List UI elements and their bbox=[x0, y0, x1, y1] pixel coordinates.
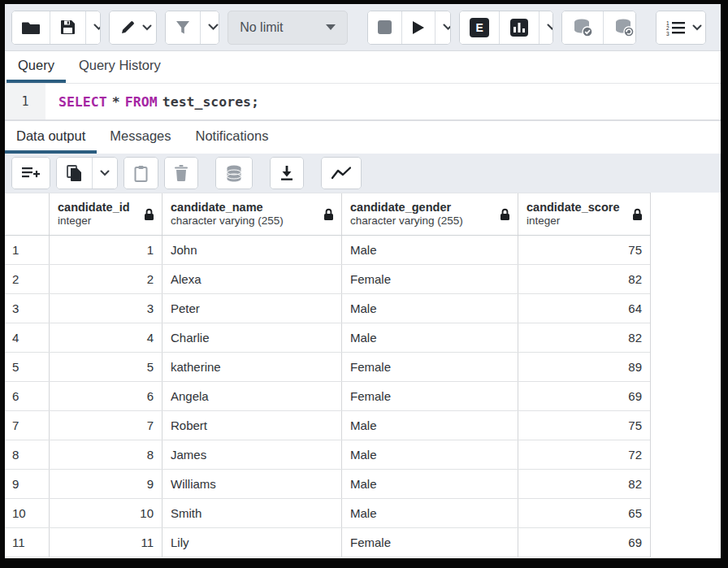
save-floppy-icon bbox=[60, 20, 76, 35]
cell-candidate-name[interactable]: John bbox=[162, 236, 342, 264]
row-number-cell[interactable]: 5 bbox=[5, 353, 50, 381]
cell-candidate-name[interactable]: Angela bbox=[162, 382, 342, 410]
add-row-button[interactable] bbox=[11, 157, 50, 189]
explain-options-dropdown[interactable] bbox=[539, 11, 553, 44]
lock-icon bbox=[500, 208, 510, 221]
cell-candidate-id[interactable]: 3 bbox=[50, 294, 162, 323]
column-header-candidate-name[interactable]: candidate_name character varying (255) bbox=[162, 193, 342, 235]
download-button[interactable] bbox=[270, 157, 304, 189]
chevron-down-icon bbox=[100, 170, 110, 176]
row-number-cell[interactable]: 7 bbox=[5, 411, 50, 440]
rollback-db-undo-icon bbox=[613, 18, 635, 37]
cell-candidate-gender[interactable]: Female bbox=[342, 353, 518, 381]
rollback-button[interactable] bbox=[603, 11, 635, 44]
cell-candidate-id[interactable]: 2 bbox=[50, 265, 162, 293]
copy-options-dropdown[interactable] bbox=[92, 158, 117, 189]
cell-candidate-score[interactable]: 75 bbox=[518, 236, 650, 264]
tab-query-history[interactable]: Query History bbox=[67, 51, 172, 83]
row-number-cell[interactable]: 8 bbox=[5, 440, 50, 469]
tab-query[interactable]: Query bbox=[6, 51, 66, 83]
explain-analyze-button[interactable] bbox=[499, 11, 539, 44]
cell-candidate-gender[interactable]: Male bbox=[342, 440, 518, 469]
filter-options-dropdown[interactable] bbox=[200, 11, 220, 44]
commit-button[interactable] bbox=[562, 11, 603, 44]
cell-candidate-id[interactable]: 5 bbox=[50, 353, 162, 381]
cell-candidate-gender[interactable]: Female bbox=[342, 528, 518, 557]
cell-candidate-score[interactable]: 89 bbox=[518, 353, 650, 381]
row-number-header[interactable] bbox=[5, 193, 50, 235]
sql-star: * bbox=[112, 94, 120, 110]
cell-candidate-id[interactable]: 6 bbox=[50, 382, 162, 410]
cell-candidate-gender[interactable]: Male bbox=[342, 470, 518, 498]
cell-candidate-gender[interactable]: Male bbox=[342, 294, 518, 323]
sql-editor[interactable]: 1 SELECT * FROM test_scores; bbox=[5, 84, 721, 121]
row-number-cell[interactable]: 10 bbox=[5, 499, 50, 527]
row-number-cell[interactable]: 6 bbox=[5, 382, 50, 410]
explain-button[interactable]: E bbox=[460, 11, 499, 44]
copy-icon bbox=[67, 165, 82, 182]
cell-candidate-name[interactable]: katherine bbox=[162, 353, 342, 381]
tab-notifications[interactable]: Notifications bbox=[184, 121, 280, 154]
cell-candidate-score[interactable]: 64 bbox=[518, 294, 650, 323]
save-button[interactable] bbox=[50, 11, 85, 44]
cell-candidate-name[interactable]: Lily bbox=[162, 528, 342, 557]
save-options-dropdown[interactable] bbox=[85, 11, 101, 44]
cell-candidate-score[interactable]: 69 bbox=[518, 382, 650, 410]
cell-candidate-score[interactable]: 82 bbox=[518, 470, 650, 498]
cell-candidate-name[interactable]: Williams bbox=[162, 470, 342, 498]
column-header-candidate-gender[interactable]: candidate_gender character varying (255) bbox=[342, 193, 518, 235]
cell-candidate-score[interactable]: 65 bbox=[518, 499, 650, 527]
tab-messages[interactable]: Messages bbox=[98, 121, 182, 154]
row-number-cell[interactable]: 1 bbox=[5, 236, 50, 264]
commit-db-check-icon bbox=[572, 18, 593, 37]
cell-candidate-score[interactable]: 82 bbox=[518, 265, 650, 293]
cell-candidate-score[interactable]: 69 bbox=[518, 528, 650, 557]
row-number-cell[interactable]: 11 bbox=[5, 528, 50, 557]
cell-candidate-gender[interactable]: Female bbox=[342, 265, 518, 293]
cell-candidate-id[interactable]: 4 bbox=[50, 323, 162, 352]
cell-candidate-gender[interactable]: Female bbox=[342, 382, 518, 410]
cell-candidate-gender[interactable]: Male bbox=[342, 323, 518, 352]
cell-candidate-gender[interactable]: Male bbox=[342, 236, 518, 264]
cell-candidate-id[interactable]: 9 bbox=[50, 470, 162, 498]
delete-row-button[interactable] bbox=[164, 157, 198, 189]
save-data-db-icon bbox=[226, 165, 242, 182]
row-limit-select[interactable]: No limit bbox=[228, 11, 348, 45]
cell-candidate-name[interactable]: James bbox=[162, 440, 342, 469]
cell-candidate-name[interactable]: Peter bbox=[162, 294, 342, 323]
cell-candidate-score[interactable]: 72 bbox=[518, 440, 650, 469]
row-number-cell[interactable]: 2 bbox=[5, 265, 50, 293]
cell-candidate-id[interactable]: 7 bbox=[50, 411, 162, 440]
cell-candidate-id[interactable]: 10 bbox=[50, 499, 162, 527]
cell-candidate-gender[interactable]: Male bbox=[342, 411, 518, 440]
copy-button[interactable] bbox=[57, 158, 92, 189]
cell-candidate-id[interactable]: 8 bbox=[50, 440, 162, 469]
row-number-cell[interactable]: 3 bbox=[5, 294, 50, 323]
paste-button[interactable] bbox=[124, 157, 158, 189]
cell-candidate-name[interactable]: Robert bbox=[162, 411, 342, 440]
graph-visualiser-button[interactable] bbox=[321, 157, 362, 189]
column-header-candidate-id[interactable]: candidate_id integer bbox=[50, 193, 162, 235]
macros-dropdown-button[interactable]: 123 bbox=[656, 11, 706, 44]
stop-button[interactable] bbox=[368, 11, 401, 44]
row-number-cell[interactable]: 9 bbox=[5, 470, 50, 498]
edit-dropdown-button[interactable] bbox=[110, 11, 157, 44]
open-file-button[interactable] bbox=[12, 11, 50, 44]
cell-candidate-score[interactable]: 75 bbox=[518, 411, 650, 440]
row-number-cell[interactable]: 4 bbox=[5, 323, 50, 352]
execute-options-dropdown[interactable] bbox=[435, 11, 451, 44]
cell-candidate-name[interactable]: Smith bbox=[162, 499, 342, 527]
tab-data-output[interactable]: Data output bbox=[5, 121, 97, 154]
cell-candidate-name[interactable]: Charlie bbox=[162, 323, 342, 352]
column-header-candidate-score[interactable]: candidate_score integer bbox=[518, 193, 650, 235]
cell-candidate-id[interactable]: 11 bbox=[50, 528, 162, 557]
cell-candidate-score[interactable]: 82 bbox=[518, 323, 650, 352]
cell-candidate-name[interactable]: Alexa bbox=[162, 265, 342, 293]
cell-candidate-id[interactable]: 1 bbox=[50, 236, 162, 264]
save-data-button[interactable] bbox=[215, 157, 253, 189]
filter-funnel-icon bbox=[176, 20, 190, 35]
cell-candidate-gender[interactable]: Male bbox=[342, 499, 518, 527]
execute-button[interactable] bbox=[401, 11, 435, 44]
sql-code-line[interactable]: SELECT * FROM test_scores; bbox=[46, 84, 259, 119]
filter-button[interactable] bbox=[166, 11, 200, 44]
